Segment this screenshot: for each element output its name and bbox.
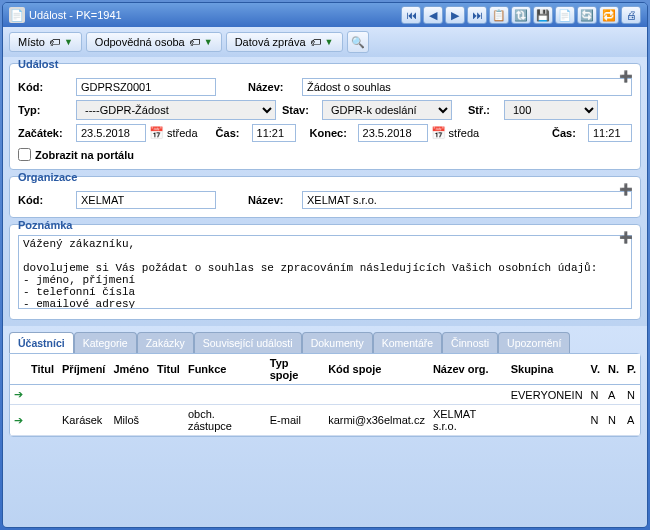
nav-next[interactable]: ▶ — [445, 6, 465, 24]
nav-save-icon[interactable]: 💾 — [533, 6, 553, 24]
table-row[interactable]: ➔EVERYONEINNAN — [10, 385, 640, 405]
zacatek-day: středa — [167, 127, 198, 139]
nav-import-icon[interactable]: 🔁 — [599, 6, 619, 24]
kod-label: Kód: — [18, 81, 70, 93]
col-header[interactable]: Kód spoje — [324, 354, 429, 385]
dropdown-icon: ▼ — [204, 37, 213, 47]
note-textarea[interactable] — [18, 235, 632, 309]
portal-label: Zobrazit na portálu — [35, 149, 134, 161]
table-cell — [153, 385, 184, 405]
calendar-icon[interactable]: 📅 — [149, 126, 164, 140]
cas-label: Čas: — [216, 127, 246, 139]
table-cell — [266, 385, 324, 405]
table-cell — [507, 405, 587, 436]
table-cell: Karásek — [58, 405, 109, 436]
note-panel-title: Poznámka — [18, 219, 632, 231]
table-cell: E-mail — [266, 405, 324, 436]
zprava-button[interactable]: Datová zpráva🏷▼ — [226, 32, 343, 52]
table-cell: A — [604, 385, 623, 405]
tabs: ÚčastníciKategorieZakázkySouvisející udá… — [9, 332, 641, 353]
table-cell: Miloš — [109, 405, 152, 436]
org-nazev-label: Název: — [248, 194, 296, 206]
konec-date[interactable] — [358, 124, 428, 142]
titlebar-toolbar: ⏮ ◀ ▶ ⏭ 📋 🔃 💾 📄 🔄 🔁 🖨 — [401, 6, 641, 24]
col-header[interactable]: V. — [587, 354, 604, 385]
org-panel-title: Organizace — [18, 171, 632, 183]
portal-checkbox[interactable] — [18, 148, 31, 161]
toolbar-extra-icon[interactable]: 🔍 — [347, 31, 369, 53]
dropdown-icon: ▼ — [64, 37, 73, 47]
misto-button[interactable]: Místo🏷▼ — [9, 32, 82, 52]
table-cell — [324, 385, 429, 405]
misto-label: Místo — [18, 36, 45, 48]
col-header[interactable]: Titul — [153, 354, 184, 385]
zacatek-date[interactable] — [76, 124, 146, 142]
table-cell: A — [623, 405, 640, 436]
table-cell — [153, 405, 184, 436]
tab-6[interactable]: Činnosti — [442, 332, 498, 353]
typ-label: Typ: — [18, 104, 70, 116]
tab-0[interactable]: Účastníci — [9, 332, 74, 353]
main-window: 📄 Událost - PK=1941 ⏮ ◀ ▶ ⏭ 📋 🔃 💾 📄 🔄 🔁 … — [2, 2, 648, 528]
col-header[interactable]: Typ spoje — [266, 354, 324, 385]
col-header[interactable]: Skupina — [507, 354, 587, 385]
tab-area: ÚčastníciKategorieZakázkySouvisející udá… — [3, 326, 647, 527]
tab-2[interactable]: Zakázky — [137, 332, 194, 353]
tab-7[interactable]: Upozornění — [498, 332, 570, 353]
table-cell — [109, 385, 152, 405]
tab-5[interactable]: Komentáře — [373, 332, 442, 353]
nav-export-icon[interactable]: 🔄 — [577, 6, 597, 24]
typ-select[interactable]: ----GDPR-Žádost — [76, 100, 276, 120]
table-cell: ➔ — [10, 405, 27, 436]
nazev-input[interactable] — [302, 78, 632, 96]
col-header[interactable]: Funkce — [184, 354, 266, 385]
konec-label: Konec: — [310, 127, 352, 139]
col-header[interactable]: Titul — [27, 354, 58, 385]
org-panel: Organizace ➕ Kód: Název: — [9, 176, 641, 218]
nav-delete-icon[interactable]: 📄 — [555, 6, 575, 24]
str-label: Stř.: — [468, 104, 498, 116]
table-body: ➔EVERYONEINNAN➔KarásekMilošobch. zástupc… — [10, 385, 640, 436]
kod-input[interactable] — [76, 78, 216, 96]
nav-first[interactable]: ⏮ — [401, 6, 421, 24]
table-cell — [58, 385, 109, 405]
nazev-label: Název: — [248, 81, 296, 93]
nav-prev[interactable]: ◀ — [423, 6, 443, 24]
nav-print-icon[interactable]: 🖨 — [621, 6, 641, 24]
calendar-icon[interactable]: 📅 — [431, 126, 446, 140]
col-header[interactable]: P. — [623, 354, 640, 385]
col-header[interactable]: Příjmení — [58, 354, 109, 385]
nav-refresh-icon[interactable]: 🔃 — [511, 6, 531, 24]
zacatek-time[interactable] — [252, 124, 296, 142]
col-header[interactable] — [10, 354, 27, 385]
col-header[interactable]: N. — [604, 354, 623, 385]
col-header[interactable]: Název org. — [429, 354, 507, 385]
nav-list-icon[interactable]: 📋 — [489, 6, 509, 24]
table-cell — [184, 385, 266, 405]
table-cell — [27, 385, 58, 405]
konec-time[interactable] — [588, 124, 632, 142]
table-header-row: TitulPříjmeníJménoTitulFunkceTyp spojeKó… — [10, 354, 640, 385]
panel-add-icon[interactable]: ➕ — [618, 181, 634, 197]
table-row[interactable]: ➔KarásekMilošobch. zástupceE-mailkarmi@x… — [10, 405, 640, 436]
osoba-label: Odpovědná osoba — [95, 36, 185, 48]
panel-add-icon[interactable]: ➕ — [618, 229, 634, 245]
panel-add-icon[interactable]: ➕ — [618, 68, 634, 84]
tab-1[interactable]: Kategorie — [74, 332, 137, 353]
str-select[interactable]: 100 — [504, 100, 598, 120]
tab-4[interactable]: Dokumenty — [302, 332, 373, 353]
col-header[interactable]: Jméno — [109, 354, 152, 385]
tab-3[interactable]: Související události — [194, 332, 302, 353]
osoba-button[interactable]: Odpovědná osoba🏷▼ — [86, 32, 222, 52]
chevron-down-icon: 🏷 — [310, 36, 321, 48]
zacatek-label: Začátek: — [18, 127, 70, 139]
table-cell: N — [604, 405, 623, 436]
stav-select[interactable]: GDPR-k odeslání — [322, 100, 452, 120]
zprava-label: Datová zpráva — [235, 36, 306, 48]
table-cell — [27, 405, 58, 436]
org-nazev-input[interactable] — [302, 191, 632, 209]
nav-last[interactable]: ⏭ — [467, 6, 487, 24]
table-cell: EVERYONEIN — [507, 385, 587, 405]
table-cell: karmi@x36elmat.cz — [324, 405, 429, 436]
org-kod-input[interactable] — [76, 191, 216, 209]
